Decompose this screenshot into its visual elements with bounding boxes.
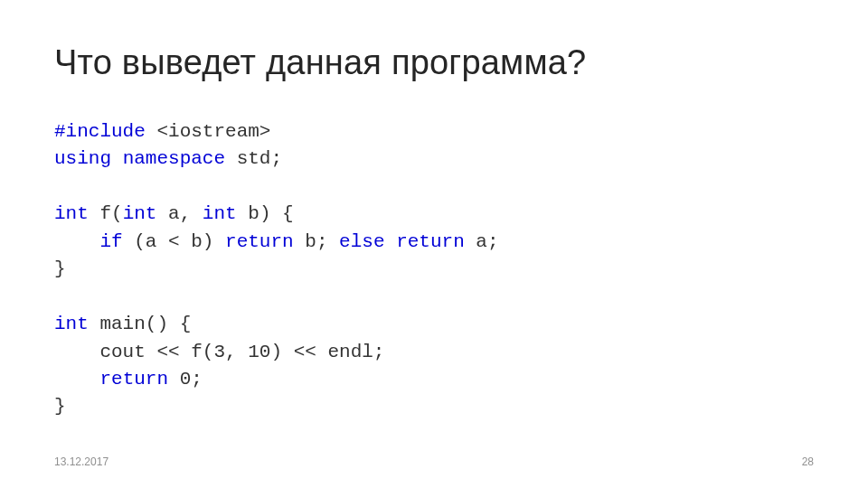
kw-int: int <box>123 203 157 224</box>
kw-namespace: namespace <box>123 148 225 169</box>
code-text: b) { <box>237 203 294 224</box>
code-text: b; <box>294 231 339 252</box>
code-indent <box>54 369 99 389</box>
code-text: (a < b) <box>123 231 225 252</box>
code-text: 0; <box>168 369 203 389</box>
code-text <box>385 231 397 252</box>
code-text: cout << f(3, 10) << endl; <box>54 342 384 362</box>
footer-date: 13.12.2017 <box>54 455 108 468</box>
include-target: <iostream> <box>146 121 271 142</box>
code-text: main() { <box>89 314 191 334</box>
kw-include: #include <box>54 121 146 142</box>
code-text: f( <box>89 203 123 224</box>
kw-return: return <box>225 231 294 252</box>
kw-using: using <box>54 148 111 169</box>
slide: Что выведет данная программа? #include <… <box>0 0 868 488</box>
code-indent <box>54 231 99 252</box>
code-text <box>111 148 123 169</box>
kw-int: int <box>54 314 89 334</box>
kw-int: int <box>203 203 237 224</box>
page-title: Что выведет данная программа? <box>54 43 814 82</box>
slide-footer: 13.12.2017 28 <box>54 455 814 468</box>
kw-else: else <box>339 231 384 252</box>
code-text: a, <box>156 203 202 224</box>
footer-page-number: 28 <box>802 455 814 468</box>
code-block: #include <iostream> using namespace std;… <box>54 118 814 421</box>
kw-return: return <box>99 369 168 389</box>
kw-int: int <box>54 203 89 224</box>
code-text: a; <box>465 231 499 252</box>
code-brace: } <box>54 396 66 417</box>
kw-return: return <box>396 231 465 252</box>
code-brace: } <box>54 258 66 279</box>
kw-if: if <box>99 231 122 252</box>
code-text: std; <box>225 148 282 169</box>
